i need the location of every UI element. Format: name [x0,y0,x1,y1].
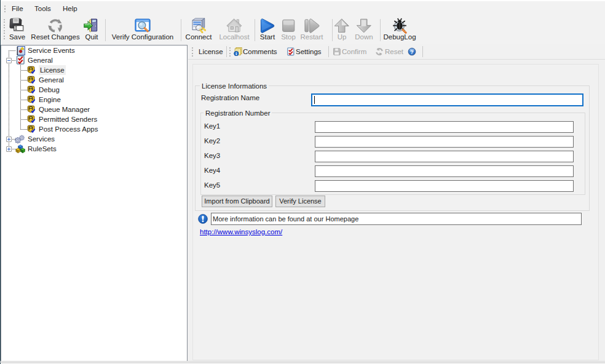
svg-text:?: ? [410,49,413,55]
